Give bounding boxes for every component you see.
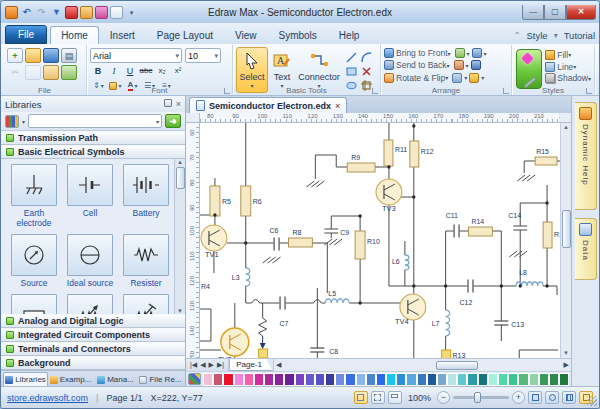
color-swatch[interactable]	[315, 373, 325, 386]
open-icon[interactable]	[25, 48, 41, 63]
color-swatch[interactable]	[427, 373, 437, 386]
style-caret-icon[interactable]: ▾	[554, 31, 558, 40]
junction-dot[interactable]	[444, 284, 447, 287]
close-panel-icon[interactable]: ×	[176, 99, 181, 109]
first-page-icon[interactable]: |◀	[190, 361, 197, 369]
group-icon[interactable]	[455, 48, 465, 58]
tab-insert[interactable]: Insert	[99, 26, 146, 44]
page-tab[interactable]: Page-1	[229, 359, 273, 371]
bold-button[interactable]: B	[91, 64, 105, 78]
color-swatch[interactable]	[366, 373, 376, 386]
italic-button[interactable]: I	[107, 64, 121, 78]
dock-tab-data[interactable]: Data	[575, 218, 597, 280]
library-color-caret-icon[interactable]: ▾	[22, 118, 25, 125]
symbol-cell[interactable]: Cell	[64, 164, 116, 228]
horizontal-scrollbar[interactable]: ◀ ▶	[273, 359, 571, 371]
resistor-R13[interactable]	[442, 350, 451, 358]
panel-tab-examp[interactable]: Examp...	[48, 372, 93, 386]
library-search-select[interactable]: ▾	[28, 114, 162, 128]
align-icon[interactable]	[454, 60, 464, 70]
center-icon[interactable]	[471, 60, 481, 70]
color-swatch[interactable]	[254, 373, 264, 386]
app-icon[interactable]	[5, 6, 18, 19]
zoom-region-button[interactable]	[545, 391, 559, 404]
tutorial-menu[interactable]: Tutorial	[564, 30, 595, 41]
color-swatch[interactable]	[234, 373, 244, 386]
inductor-L6[interactable]	[405, 255, 409, 270]
junction-dot[interactable]	[545, 284, 548, 287]
scroll-up-icon[interactable]: ▲	[177, 159, 183, 165]
scroll-up-icon[interactable]: ▲	[563, 123, 569, 132]
delete-tool-icon[interactable]	[359, 64, 374, 78]
symbol-source[interactable]: Source	[8, 234, 60, 288]
print-preview-button[interactable]	[388, 391, 402, 404]
panel-tab-file-re[interactable]: File Re...	[138, 372, 183, 386]
resistor-R5[interactable]	[210, 186, 220, 216]
inductor-L3[interactable]	[246, 268, 250, 286]
print-preview-icon[interactable]	[110, 6, 123, 19]
color-swatch[interactable]	[325, 373, 335, 386]
subscript-button[interactable]: x₂	[155, 64, 169, 78]
normal-view-button[interactable]	[354, 391, 368, 404]
color-swatch[interactable]	[295, 373, 305, 386]
styles-dialog-launcher-icon[interactable]	[586, 88, 592, 94]
tab-home[interactable]: Home	[50, 26, 99, 44]
line-tool-icon[interactable]	[344, 50, 359, 64]
print-icon[interactable]: ▤	[61, 48, 77, 63]
junction-dot[interactable]	[358, 214, 361, 217]
strikethrough-button[interactable]: abc	[139, 64, 153, 78]
color-swatch[interactable]	[345, 373, 355, 386]
font-size-select[interactable]: 10▾	[185, 48, 221, 63]
wire[interactable]	[200, 309, 211, 341]
resistor-R14[interactable]	[469, 227, 493, 236]
prev-page-icon[interactable]: ◀	[200, 361, 205, 369]
tab-view[interactable]: View	[224, 26, 268, 44]
color-swatch[interactable]	[203, 373, 213, 386]
color-swatch[interactable]	[417, 373, 427, 386]
last-page-icon[interactable]: ▶|	[217, 361, 224, 369]
color-swatch[interactable]	[274, 373, 284, 386]
resistor-selected[interactable]	[259, 349, 268, 358]
scroll-right-icon[interactable]: ▶	[564, 361, 569, 369]
cut-icon[interactable]: ✂	[7, 65, 23, 80]
color-swatch[interactable]	[406, 373, 416, 386]
junction-dot[interactable]	[213, 213, 216, 216]
undo-icon[interactable]: ↶	[20, 6, 33, 19]
scroll-down-icon[interactable]: ▼	[563, 349, 569, 358]
open-library-button[interactable]: ➜	[165, 114, 181, 128]
tab-page-layout[interactable]: Page Layout	[146, 26, 224, 44]
resistor-R11[interactable]	[384, 140, 393, 166]
junction-dot[interactable]	[519, 284, 522, 287]
pin-icon[interactable]	[164, 99, 172, 107]
wire-hop[interactable]	[252, 300, 260, 304]
shadow-button[interactable]: Shadow▾	[545, 72, 591, 84]
color-swatch[interactable]	[447, 373, 457, 386]
color-swatch[interactable]	[529, 373, 539, 386]
symbol-ideal-source[interactable]: Ideal source	[64, 234, 116, 288]
title-bar[interactable]: ↶ ↷ ▼ ▾ Edraw Max - Semiconductor Electr…	[1, 1, 599, 23]
symbol-resistor-rect[interactable]	[8, 294, 60, 314]
symbol-resister[interactable]: Resister	[120, 234, 172, 288]
symbol-earth-electrode[interactable]: Earth electrode	[8, 164, 60, 228]
paste-icon[interactable]	[43, 65, 59, 80]
color-swatch[interactable]	[478, 373, 488, 386]
color-swatch[interactable]	[559, 373, 569, 386]
format-painter-icon[interactable]	[61, 65, 77, 80]
resistor-R12[interactable]	[410, 141, 419, 167]
fit-to-window-button[interactable]	[528, 391, 542, 404]
zoom-slider[interactable]	[453, 396, 509, 399]
symbol-resistor-var-line[interactable]	[120, 294, 172, 314]
color-swatch[interactable]	[335, 373, 345, 386]
circuit-diagram[interactable]: R5R6R9R11R12R15R10R8R14R16R13C6C7C9C8C11…	[200, 123, 560, 358]
vertical-scroll-thumb[interactable]	[562, 210, 571, 248]
color-swatch[interactable]	[437, 373, 447, 386]
symbols-scroll-thumb[interactable]	[176, 167, 185, 189]
library-section-terminals-and-connectors[interactable]: Terminals and Connectors	[1, 342, 185, 356]
bring-to-front-button[interactable]: Bring to Front▾ ▾ ▾	[384, 47, 508, 59]
font-family-select[interactable]: Arial▾	[90, 48, 182, 63]
panel-tab-libraries[interactable]: Libraries	[3, 372, 48, 386]
maximize-button[interactable]: ▢	[544, 5, 566, 20]
junction-dot[interactable]	[545, 201, 548, 204]
library-section-basic-electrical-symbols[interactable]: Basic Electrical Symbols	[1, 145, 185, 159]
color-swatch[interactable]	[356, 373, 366, 386]
